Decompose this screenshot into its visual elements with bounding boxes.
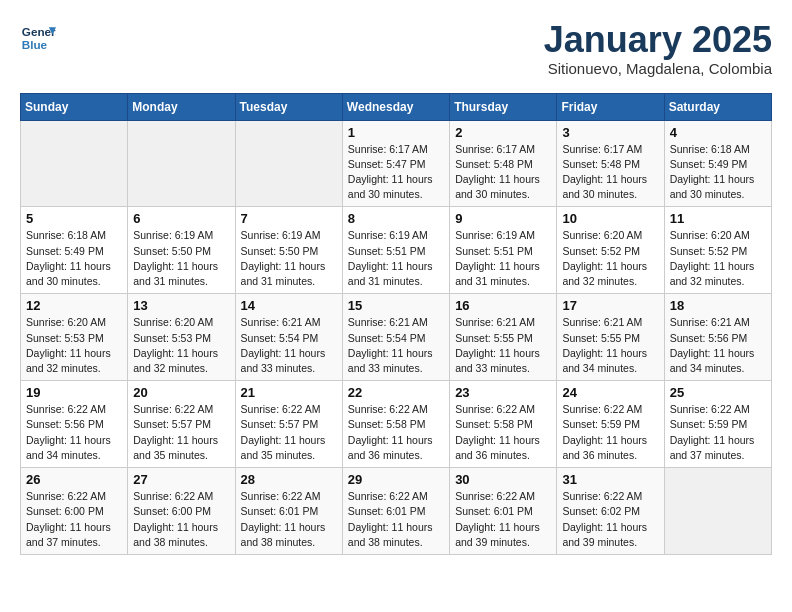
day-number: 17 [562, 298, 658, 313]
day-cell-28: 28Sunrise: 6:22 AMSunset: 6:01 PMDayligh… [235, 468, 342, 555]
day-info: Sunrise: 6:19 AMSunset: 5:51 PMDaylight:… [455, 228, 551, 289]
day-cell-25: 25Sunrise: 6:22 AMSunset: 5:59 PMDayligh… [664, 381, 771, 468]
logo-icon: General Blue [20, 20, 56, 56]
day-number: 11 [670, 211, 766, 226]
day-cell-21: 21Sunrise: 6:22 AMSunset: 5:57 PMDayligh… [235, 381, 342, 468]
day-info: Sunrise: 6:22 AMSunset: 5:57 PMDaylight:… [241, 402, 337, 463]
day-number: 6 [133, 211, 229, 226]
day-cell-10: 10Sunrise: 6:20 AMSunset: 5:52 PMDayligh… [557, 207, 664, 294]
day-number: 3 [562, 125, 658, 140]
day-number: 25 [670, 385, 766, 400]
location-subtitle: Sitionuevo, Magdalena, Colombia [544, 60, 772, 77]
day-number: 31 [562, 472, 658, 487]
day-cell-14: 14Sunrise: 6:21 AMSunset: 5:54 PMDayligh… [235, 294, 342, 381]
day-info: Sunrise: 6:22 AMSunset: 5:58 PMDaylight:… [348, 402, 444, 463]
day-info: Sunrise: 6:21 AMSunset: 5:54 PMDaylight:… [348, 315, 444, 376]
day-cell-7: 7Sunrise: 6:19 AMSunset: 5:50 PMDaylight… [235, 207, 342, 294]
calendar-header-row: SundayMondayTuesdayWednesdayThursdayFrid… [21, 93, 772, 120]
day-info: Sunrise: 6:19 AMSunset: 5:50 PMDaylight:… [133, 228, 229, 289]
day-info: Sunrise: 6:22 AMSunset: 6:00 PMDaylight:… [133, 489, 229, 550]
day-info: Sunrise: 6:17 AMSunset: 5:48 PMDaylight:… [562, 142, 658, 203]
day-info: Sunrise: 6:21 AMSunset: 5:54 PMDaylight:… [241, 315, 337, 376]
empty-cell [664, 468, 771, 555]
day-number: 15 [348, 298, 444, 313]
day-number: 7 [241, 211, 337, 226]
day-cell-23: 23Sunrise: 6:22 AMSunset: 5:58 PMDayligh… [450, 381, 557, 468]
day-cell-11: 11Sunrise: 6:20 AMSunset: 5:52 PMDayligh… [664, 207, 771, 294]
week-row-3: 12Sunrise: 6:20 AMSunset: 5:53 PMDayligh… [21, 294, 772, 381]
day-number: 19 [26, 385, 122, 400]
day-info: Sunrise: 6:22 AMSunset: 6:01 PMDaylight:… [455, 489, 551, 550]
week-row-2: 5Sunrise: 6:18 AMSunset: 5:49 PMDaylight… [21, 207, 772, 294]
col-header-thursday: Thursday [450, 93, 557, 120]
day-number: 23 [455, 385, 551, 400]
day-number: 8 [348, 211, 444, 226]
day-number: 26 [26, 472, 122, 487]
col-header-wednesday: Wednesday [342, 93, 449, 120]
week-row-1: 1Sunrise: 6:17 AMSunset: 5:47 PMDaylight… [21, 120, 772, 207]
month-title: January 2025 [544, 20, 772, 60]
logo: General Blue [20, 20, 56, 56]
day-number: 1 [348, 125, 444, 140]
day-cell-18: 18Sunrise: 6:21 AMSunset: 5:56 PMDayligh… [664, 294, 771, 381]
day-info: Sunrise: 6:17 AMSunset: 5:48 PMDaylight:… [455, 142, 551, 203]
day-cell-8: 8Sunrise: 6:19 AMSunset: 5:51 PMDaylight… [342, 207, 449, 294]
week-row-4: 19Sunrise: 6:22 AMSunset: 5:56 PMDayligh… [21, 381, 772, 468]
day-info: Sunrise: 6:22 AMSunset: 5:58 PMDaylight:… [455, 402, 551, 463]
day-cell-6: 6Sunrise: 6:19 AMSunset: 5:50 PMDaylight… [128, 207, 235, 294]
empty-cell [235, 120, 342, 207]
calendar-body: 1Sunrise: 6:17 AMSunset: 5:47 PMDaylight… [21, 120, 772, 554]
day-info: Sunrise: 6:17 AMSunset: 5:47 PMDaylight:… [348, 142, 444, 203]
col-header-saturday: Saturday [664, 93, 771, 120]
col-header-tuesday: Tuesday [235, 93, 342, 120]
empty-cell [128, 120, 235, 207]
day-info: Sunrise: 6:22 AMSunset: 5:59 PMDaylight:… [670, 402, 766, 463]
svg-text:Blue: Blue [22, 38, 48, 51]
day-info: Sunrise: 6:22 AMSunset: 5:59 PMDaylight:… [562, 402, 658, 463]
day-number: 9 [455, 211, 551, 226]
day-number: 27 [133, 472, 229, 487]
day-cell-27: 27Sunrise: 6:22 AMSunset: 6:00 PMDayligh… [128, 468, 235, 555]
day-cell-24: 24Sunrise: 6:22 AMSunset: 5:59 PMDayligh… [557, 381, 664, 468]
day-cell-3: 3Sunrise: 6:17 AMSunset: 5:48 PMDaylight… [557, 120, 664, 207]
day-cell-15: 15Sunrise: 6:21 AMSunset: 5:54 PMDayligh… [342, 294, 449, 381]
day-number: 28 [241, 472, 337, 487]
day-number: 21 [241, 385, 337, 400]
day-number: 18 [670, 298, 766, 313]
day-info: Sunrise: 6:20 AMSunset: 5:53 PMDaylight:… [133, 315, 229, 376]
day-info: Sunrise: 6:21 AMSunset: 5:55 PMDaylight:… [562, 315, 658, 376]
day-info: Sunrise: 6:21 AMSunset: 5:56 PMDaylight:… [670, 315, 766, 376]
day-info: Sunrise: 6:19 AMSunset: 5:50 PMDaylight:… [241, 228, 337, 289]
day-cell-22: 22Sunrise: 6:22 AMSunset: 5:58 PMDayligh… [342, 381, 449, 468]
day-number: 29 [348, 472, 444, 487]
svg-text:General: General [22, 25, 56, 38]
day-info: Sunrise: 6:20 AMSunset: 5:52 PMDaylight:… [670, 228, 766, 289]
day-cell-16: 16Sunrise: 6:21 AMSunset: 5:55 PMDayligh… [450, 294, 557, 381]
col-header-monday: Monday [128, 93, 235, 120]
day-cell-1: 1Sunrise: 6:17 AMSunset: 5:47 PMDaylight… [342, 120, 449, 207]
day-cell-5: 5Sunrise: 6:18 AMSunset: 5:49 PMDaylight… [21, 207, 128, 294]
day-number: 14 [241, 298, 337, 313]
day-number: 30 [455, 472, 551, 487]
day-info: Sunrise: 6:18 AMSunset: 5:49 PMDaylight:… [26, 228, 122, 289]
day-number: 4 [670, 125, 766, 140]
day-info: Sunrise: 6:20 AMSunset: 5:52 PMDaylight:… [562, 228, 658, 289]
day-number: 10 [562, 211, 658, 226]
day-cell-29: 29Sunrise: 6:22 AMSunset: 6:01 PMDayligh… [342, 468, 449, 555]
day-cell-30: 30Sunrise: 6:22 AMSunset: 6:01 PMDayligh… [450, 468, 557, 555]
day-cell-26: 26Sunrise: 6:22 AMSunset: 6:00 PMDayligh… [21, 468, 128, 555]
day-number: 22 [348, 385, 444, 400]
day-number: 12 [26, 298, 122, 313]
day-cell-12: 12Sunrise: 6:20 AMSunset: 5:53 PMDayligh… [21, 294, 128, 381]
day-number: 2 [455, 125, 551, 140]
day-cell-9: 9Sunrise: 6:19 AMSunset: 5:51 PMDaylight… [450, 207, 557, 294]
day-info: Sunrise: 6:22 AMSunset: 6:02 PMDaylight:… [562, 489, 658, 550]
day-cell-2: 2Sunrise: 6:17 AMSunset: 5:48 PMDaylight… [450, 120, 557, 207]
week-row-5: 26Sunrise: 6:22 AMSunset: 6:00 PMDayligh… [21, 468, 772, 555]
day-info: Sunrise: 6:19 AMSunset: 5:51 PMDaylight:… [348, 228, 444, 289]
day-cell-20: 20Sunrise: 6:22 AMSunset: 5:57 PMDayligh… [128, 381, 235, 468]
col-header-sunday: Sunday [21, 93, 128, 120]
day-info: Sunrise: 6:22 AMSunset: 5:57 PMDaylight:… [133, 402, 229, 463]
day-cell-19: 19Sunrise: 6:22 AMSunset: 5:56 PMDayligh… [21, 381, 128, 468]
page-header: General Blue January 2025 Sitionuevo, Ma… [20, 20, 772, 77]
